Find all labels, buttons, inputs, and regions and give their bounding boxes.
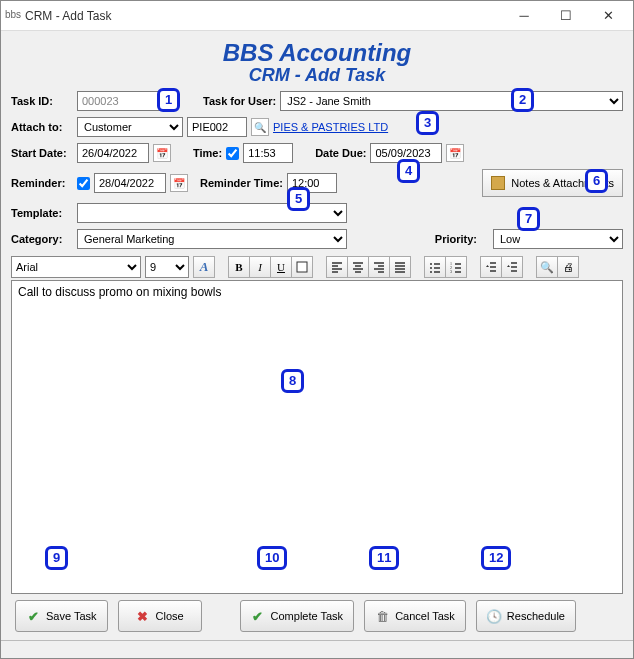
svg-point-17 [430,263,432,265]
callout-11: 11 [369,546,399,570]
align-justify-button[interactable] [389,256,411,278]
callout-7: 7 [517,207,540,231]
save-task-label: Save Task [46,610,97,622]
svg-marker-30 [486,265,489,267]
attached-entity-link[interactable]: PIES & PASTRIES LTD [273,121,388,133]
priority-label: Priority: [435,233,477,245]
task-notes-editor[interactable]: Call to discuss promo on mixing bowls [11,280,623,594]
callout-5: 5 [287,187,310,211]
time-field[interactable] [243,143,293,163]
complete-task-button[interactable]: ✔ Complete Task [240,600,355,632]
category-select[interactable]: General Marketing [77,229,347,249]
font-family-select[interactable]: Arial [11,256,141,278]
cancel-task-button[interactable]: 🗑 Cancel Task [364,600,466,632]
maximize-button[interactable]: ☐ [545,2,587,30]
priority-select[interactable]: Low [493,229,623,249]
folder-icon [491,176,505,190]
close-label: Close [156,610,184,622]
callout-8: 8 [281,369,304,393]
font-size-select[interactable]: 9 [145,256,189,278]
callout-1: 1 [157,88,180,112]
cancel-task-label: Cancel Task [395,610,455,622]
callout-4: 4 [397,159,420,183]
titlebar: bbs CRM - Add Task ─ ☐ ✕ [1,1,633,31]
editor-toolbar: Arial 9 A B I U 123 [11,256,623,278]
callout-3: 3 [416,111,439,135]
app-icon: bbs [5,9,19,23]
indent-button[interactable] [501,256,523,278]
callout-9: 9 [45,546,68,570]
svg-marker-34 [507,265,510,267]
zoom-button[interactable]: 🔍 [536,256,558,278]
font-color-button[interactable] [291,256,313,278]
start-date-field[interactable] [77,143,149,163]
attach-code-field[interactable] [187,117,247,137]
svg-point-19 [430,267,432,269]
page-header: BBS Accounting CRM - Add Task [11,39,623,86]
attach-to-label: Attach to: [11,121,73,133]
reminder-date-field[interactable] [94,173,166,193]
close-button[interactable]: ✖ Close [118,600,202,632]
svg-rect-0 [297,262,307,272]
trash-icon: 🗑 [375,609,389,623]
date-due-label: Date Due: [315,147,366,159]
template-label: Template: [11,207,73,219]
statusbar [1,640,633,658]
calendar-icon[interactable]: 📅 [446,144,464,162]
align-left-button[interactable] [326,256,348,278]
task-id-label: Task ID: [11,95,73,107]
align-right-button[interactable] [368,256,390,278]
search-icon[interactable]: 🔍 [251,118,269,136]
reminder-label: Reminder: [11,177,73,189]
window-title: CRM - Add Task [25,9,503,23]
reschedule-button[interactable]: 🕓 Reschedule [476,600,576,632]
task-for-user-label: Task for User: [203,95,276,107]
task-id-field[interactable] [77,91,167,111]
category-label: Category: [11,233,73,245]
outdent-button[interactable] [480,256,502,278]
italic-button[interactable]: I [249,256,271,278]
close-window-button[interactable]: ✕ [587,2,629,30]
callout-12: 12 [481,546,511,570]
attach-to-select[interactable]: Customer [77,117,183,137]
print-button[interactable]: 🖨 [557,256,579,278]
bullet-list-button[interactable] [424,256,446,278]
callout-2: 2 [511,88,534,112]
check-icon: ✔ [251,609,265,623]
start-date-label: Start Date: [11,147,73,159]
callout-10: 10 [257,546,287,570]
font-dialog-button[interactable]: A [193,256,215,278]
calendar-icon[interactable]: 📅 [170,174,188,192]
x-icon: ✖ [136,609,150,623]
time-checkbox[interactable] [226,147,239,160]
reminder-checkbox[interactable] [77,177,90,190]
minimize-button[interactable]: ─ [503,2,545,30]
check-icon: ✔ [26,609,40,623]
calendar-icon[interactable]: 📅 [153,144,171,162]
underline-button[interactable]: U [270,256,292,278]
align-center-button[interactable] [347,256,369,278]
complete-task-label: Complete Task [271,610,344,622]
page-subtitle: CRM - Add Task [11,65,623,86]
bold-button[interactable]: B [228,256,250,278]
reminder-time-label: Reminder Time: [200,177,283,189]
task-for-user-select[interactable]: JS2 - Jane Smith [280,91,623,111]
reschedule-label: Reschedule [507,610,565,622]
svg-text:3: 3 [450,269,452,273]
time-label: Time: [193,147,222,159]
clock-icon: 🕓 [487,609,501,623]
svg-point-21 [430,271,432,273]
number-list-button[interactable]: 123 [445,256,467,278]
callout-6: 6 [585,169,608,193]
save-task-button[interactable]: ✔ Save Task [15,600,108,632]
app-title: BBS Accounting [11,39,623,67]
